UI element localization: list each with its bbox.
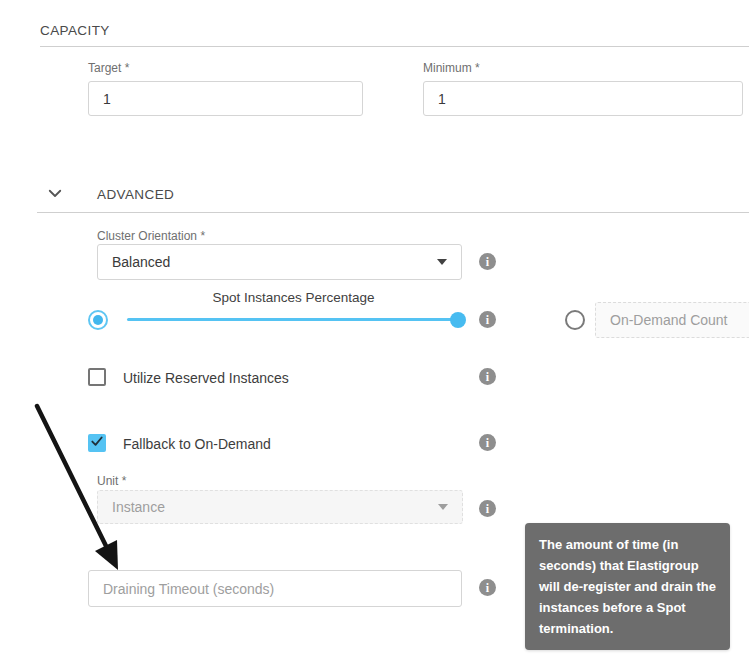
draining-timeout-input[interactable] [88,570,462,607]
radio-dot [93,315,103,325]
utilize-reserved-info-icon[interactable] [479,368,496,385]
chevron-down-icon [46,190,64,205]
caret-down-icon [438,504,448,510]
utilize-reserved-label[interactable]: Utilize Reserved Instances [123,370,289,386]
fallback-checkbox[interactable] [88,434,106,452]
fallback-label[interactable]: Fallback to On-Demand [123,436,271,452]
draining-timeout-info-icon[interactable] [479,579,496,596]
unit-value: Instance [112,499,165,515]
tooltip-text-line: instances before a Spot [539,597,716,618]
advanced-divider [37,212,749,213]
minimum-label: Minimum * [423,61,480,75]
target-input[interactable] [88,81,363,116]
cluster-orientation-value: Balanced [112,254,170,270]
cluster-orientation-info-icon[interactable] [479,253,496,270]
checkmark-icon [90,434,104,452]
spot-percentage-slider-thumb[interactable] [450,312,466,328]
cluster-orientation-select[interactable]: Balanced [97,244,462,280]
tooltip-text-line: The amount of time (in [539,534,716,555]
spot-percentage-info-icon[interactable] [479,311,496,328]
tooltip-text-line: termination. [539,618,716,639]
elastigroup-capacity-form: CAPACITY Target * Minimum * ADVANCED Clu… [0,0,749,671]
unit-info-icon[interactable] [479,500,496,517]
capacity-divider [40,46,749,47]
spot-percentage-label: Spot Instances Percentage [127,290,460,305]
minimum-input[interactable] [423,81,743,116]
advanced-section-title: ADVANCED [97,187,174,202]
target-label: Target * [88,61,129,75]
tooltip-text-line: will de-register and drain the [539,576,716,597]
cluster-orientation-label: Cluster Orientation * [97,229,205,243]
spot-percentage-slider[interactable] [127,318,460,321]
on-demand-count-input[interactable] [595,302,749,338]
tooltip-text-line: seconds) that Elastigroup [539,555,716,576]
caret-down-icon [437,259,447,265]
spot-percentage-radio[interactable] [88,310,108,330]
capacity-section-title: CAPACITY [40,23,110,38]
draining-timeout-tooltip: The amount of time (in seconds) that Ela… [525,523,730,650]
unit-select: Instance [97,490,463,524]
utilize-reserved-checkbox[interactable] [88,368,106,386]
advanced-collapse-toggle[interactable] [45,184,65,204]
on-demand-count-radio[interactable] [565,310,585,330]
fallback-info-icon[interactable] [479,434,496,451]
unit-label: Unit * [97,474,126,488]
